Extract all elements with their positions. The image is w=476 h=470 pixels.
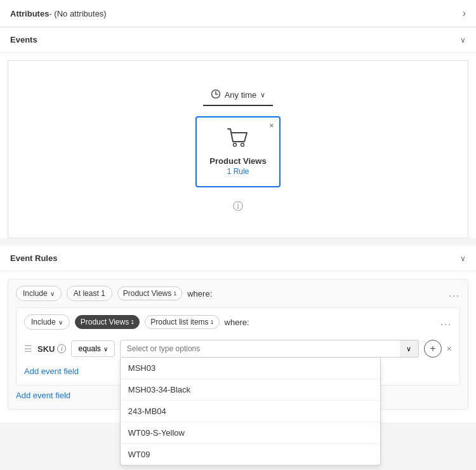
product-card-close-btn[interactable]: × <box>269 121 274 130</box>
events-section: Events ∨ Any time ∨ × <box>0 27 476 238</box>
select-caret-icon: ∨ <box>406 345 411 353</box>
dropdown-list: MSH03 MSH03-34-Black 243-MB04 WT09-S-Yel… <box>120 358 381 466</box>
event-rules-chevron-icon: ∨ <box>460 254 466 263</box>
product-views-pill[interactable]: Product Views1 <box>117 286 183 300</box>
inner-rule-header: Include ∨ Product Views1 Product list it… <box>24 314 452 330</box>
add-condition-button[interactable]: + <box>424 340 442 358</box>
inner-more-button[interactable]: ... <box>440 317 452 327</box>
product-rule-link[interactable]: 1 Rule <box>209 167 266 176</box>
list-item[interactable]: WT09 <box>121 444 380 465</box>
include-dropdown[interactable]: Include ∨ <box>16 286 62 301</box>
time-label: Any time <box>225 90 257 100</box>
remove-icon: × <box>447 344 452 354</box>
sku-info-icon[interactable]: i <box>57 344 66 353</box>
time-chevron-icon: ∨ <box>260 91 265 99</box>
attributes-label: Attributes- (No attributes) <box>10 9 107 18</box>
svg-point-3 <box>234 144 237 147</box>
include-caret-icon: ∨ <box>50 290 55 297</box>
inner-include-caret-icon: ∨ <box>58 319 63 326</box>
outer-rule-row: Include ∨ At least 1 Product Views1 wher… <box>8 279 468 410</box>
event-rules-header[interactable]: Event Rules ∨ <box>0 246 476 271</box>
list-item[interactable]: MSH03-34-Black <box>121 379 380 401</box>
attributes-bar[interactable]: Attributes- (No attributes) › <box>0 0 476 27</box>
inner-product-views-pill[interactable]: Product Views1 <box>75 315 140 329</box>
sku-row: ☰ SKU i equals ∨ ∨ <box>24 336 452 361</box>
svg-point-4 <box>241 144 244 147</box>
product-card: × Product Views 1 Rule <box>195 116 280 187</box>
events-header[interactable]: Events ∨ <box>0 27 476 53</box>
list-item[interactable]: WT09-S-Yellow <box>121 422 380 444</box>
list-item[interactable]: 243-MB04 <box>121 401 380 422</box>
inner-rule: Include ∨ Product Views1 Product list it… <box>16 307 460 386</box>
event-rules-title: Event Rules <box>10 253 57 263</box>
drag-handle-icon[interactable]: ☰ <box>24 344 32 354</box>
event-rules-content: Include ∨ At least 1 Product Views1 wher… <box>0 271 476 422</box>
list-item[interactable]: MSH03 <box>121 358 380 379</box>
select-or-type-input[interactable] <box>120 340 419 358</box>
event-rules-section: Event Rules ∨ Include ∨ At least 1 Produ… <box>0 246 476 422</box>
events-title: Events <box>10 35 37 44</box>
events-content: Any time ∨ × Product Views 1 Rule ⓘ <box>8 60 468 238</box>
equals-dropdown[interactable]: equals ∨ <box>71 340 114 357</box>
outer-more-button[interactable]: ... <box>449 288 460 299</box>
cart-icon <box>209 128 266 152</box>
inner-include-dropdown[interactable]: Include ∨ <box>24 314 70 330</box>
sku-label: SKU i <box>37 344 66 354</box>
events-chevron-icon: ∨ <box>460 36 466 44</box>
select-input-container: ∨ MSH03 MSH03-34-Black 243-MB04 WT09-S-Y… <box>120 340 419 358</box>
attributes-arrow-icon: › <box>463 8 466 19</box>
clock-icon <box>211 89 221 101</box>
equals-caret-icon: ∨ <box>103 346 108 352</box>
remove-sku-button[interactable]: × <box>447 344 452 354</box>
info-icon: ⓘ <box>233 200 243 213</box>
inner-where-label: where: <box>225 318 249 327</box>
select-arrow-btn[interactable]: ∨ <box>400 340 419 358</box>
outer-rule-header: Include ∨ At least 1 Product Views1 wher… <box>16 286 460 301</box>
time-selector[interactable]: Any time ∨ <box>203 85 274 106</box>
product-name: Product Views <box>209 156 266 166</box>
at-least-dropdown[interactable]: At least 1 <box>67 286 112 301</box>
where-label: where: <box>187 289 212 299</box>
product-list-items-pill[interactable]: Product list items1 <box>145 315 219 329</box>
